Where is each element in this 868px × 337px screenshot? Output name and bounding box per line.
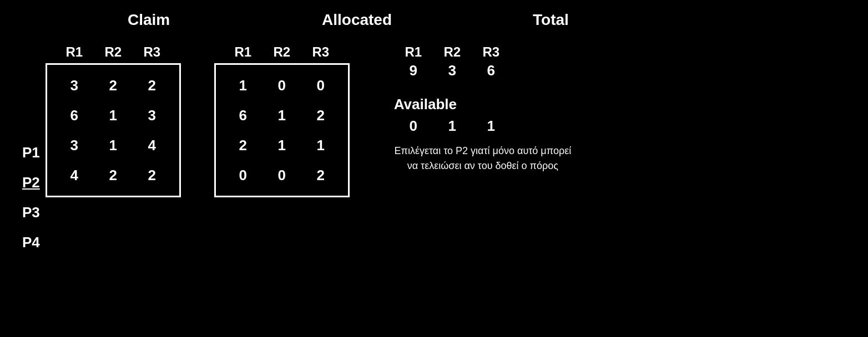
- total-title: Total: [533, 11, 569, 29]
- table-row: 3 2 2: [55, 70, 171, 100]
- total-r1: 9: [394, 62, 433, 79]
- claim-p4-r2: 2: [94, 167, 133, 184]
- alloc-p3-r2: 1: [263, 137, 301, 154]
- claim-p2-r1: 6: [55, 107, 94, 124]
- claim-p1-r3: 2: [133, 77, 171, 94]
- table-row: 0 0 2: [224, 160, 340, 190]
- claim-header-r1: R1: [55, 44, 94, 60]
- claim-p4-r3: 2: [133, 167, 171, 184]
- table-row: 3 1 4: [55, 130, 171, 160]
- alloc-p2-r3: 2: [301, 107, 340, 124]
- process-label-p2: P2: [22, 167, 40, 197]
- alloc-p3-r1: 2: [224, 137, 263, 154]
- table-row: 6 1 3: [55, 100, 171, 130]
- alloc-p1-r3: 0: [301, 77, 340, 94]
- claim-p3-r2: 1: [94, 137, 133, 154]
- claim-p2-r3: 3: [133, 107, 171, 124]
- available-r2: 1: [433, 118, 472, 135]
- total-available-section: R1 R2 R3 9 3 6 Available 0 1 1 Επιλέγετα…: [394, 44, 572, 173]
- claim-matrix-wrapper: R1 R2 R3 3 2 2 6 1 3 3: [46, 44, 181, 197]
- allocated-col-headers: R1 R2 R3: [224, 44, 340, 60]
- allocated-header-r2: R2: [263, 44, 301, 60]
- alloc-p2-r1: 6: [224, 107, 263, 124]
- process-label-p4: P4: [22, 227, 40, 257]
- allocated-matrix-box: 1 0 0 6 1 2 2 1 1 0: [214, 63, 350, 197]
- claim-p1-r1: 3: [55, 77, 94, 94]
- alloc-p1-r2: 0: [263, 77, 301, 94]
- process-labels: P1 P2 P3 P4: [22, 44, 40, 257]
- table-row: 6 1 2: [224, 100, 340, 130]
- process-label-p3: P3: [22, 197, 40, 227]
- alloc-p4-r1: 0: [224, 167, 263, 184]
- table-row: 4 2 2: [55, 160, 171, 190]
- total-header-r1: R1: [394, 44, 433, 60]
- claim-p3-r3: 4: [133, 137, 171, 154]
- available-values: 0 1 1: [394, 118, 511, 135]
- alloc-p4-r3: 2: [301, 167, 340, 184]
- process-label-p1: P1: [22, 137, 40, 167]
- table-row: 1 0 0: [224, 70, 340, 100]
- available-r3: 1: [472, 118, 511, 135]
- allocated-header-r3: R3: [301, 44, 340, 60]
- claim-matrix-box: 3 2 2 6 1 3 3 1 4 4: [46, 63, 181, 197]
- claim-p4-r1: 4: [55, 167, 94, 184]
- claim-p3-r1: 3: [55, 137, 94, 154]
- table-row: 2 1 1: [224, 130, 340, 160]
- claim-p1-r2: 2: [94, 77, 133, 94]
- allocated-title: Allocated: [322, 11, 392, 29]
- note-text: Επιλέγεται το P2 γιατί μόνο αυτό μπορεί …: [394, 144, 572, 173]
- claim-header-r3: R3: [133, 44, 171, 60]
- claim-col-headers: R1 R2 R3: [55, 44, 171, 60]
- total-r2: 3: [433, 62, 472, 79]
- claim-title: Claim: [128, 11, 170, 29]
- allocated-header-r1: R1: [224, 44, 263, 60]
- available-title: Available: [394, 96, 457, 113]
- total-r3: 6: [472, 62, 511, 79]
- total-header-r2: R2: [433, 44, 472, 60]
- alloc-p1-r1: 1: [224, 77, 263, 94]
- allocated-matrix-wrapper: R1 R2 R3 1 0 0 6 1 2 2: [214, 44, 350, 197]
- total-col-headers: R1 R2 R3: [394, 44, 511, 60]
- total-values: 9 3 6: [394, 62, 511, 79]
- claim-header-r2: R2: [94, 44, 133, 60]
- alloc-p4-r2: 0: [263, 167, 301, 184]
- alloc-p3-r3: 1: [301, 137, 340, 154]
- total-header-r3: R3: [472, 44, 511, 60]
- claim-p2-r2: 1: [94, 107, 133, 124]
- alloc-p2-r2: 1: [263, 107, 301, 124]
- available-r1: 0: [394, 118, 433, 135]
